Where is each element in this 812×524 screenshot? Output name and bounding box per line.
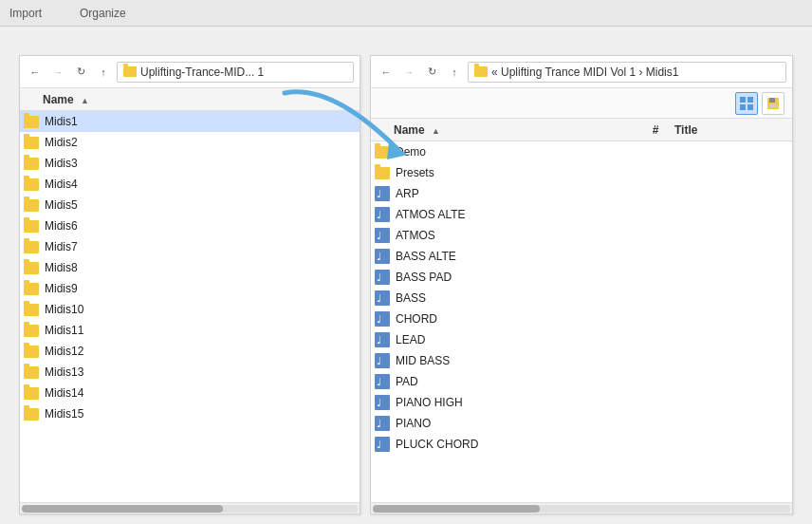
right-list-item[interactable]: PIANO xyxy=(371,413,792,434)
file-name: LEAD xyxy=(396,333,425,346)
right-panel: ← → ↻ ↑ « Uplifting Trance MIDI Vol 1 › … xyxy=(370,55,793,515)
folder-icon xyxy=(24,366,39,379)
right-list-item[interactable]: ATMOS ALTE xyxy=(371,204,792,225)
right-list-item[interactable]: ARP xyxy=(371,183,792,204)
left-list-item[interactable]: Midis8 xyxy=(20,257,360,278)
right-sort-arrow: ▲ xyxy=(432,126,440,136)
folder-icon xyxy=(24,387,39,400)
right-forward-btn[interactable]: → xyxy=(399,63,418,82)
right-list-item[interactable]: Demo xyxy=(371,141,792,162)
left-refresh-btn[interactable]: ↻ xyxy=(71,63,90,82)
folder-icon xyxy=(24,346,39,358)
file-name: Midis14 xyxy=(45,386,83,400)
left-scrollbar[interactable] xyxy=(20,502,360,514)
left-scrollbar-thumb[interactable] xyxy=(22,505,223,513)
right-back-btn[interactable]: ← xyxy=(377,63,396,82)
left-path-text: Uplifting-Trance-MID... 1 xyxy=(140,66,264,79)
right-refresh-btn[interactable]: ↻ xyxy=(422,63,441,82)
svg-rect-2 xyxy=(747,97,753,103)
midi-icon xyxy=(375,290,390,306)
left-up-btn[interactable]: ↑ xyxy=(94,63,113,82)
left-list-item[interactable]: Midis12 xyxy=(20,341,360,362)
midi-icon xyxy=(375,416,390,431)
midi-icon xyxy=(375,270,390,285)
svg-rect-1 xyxy=(740,97,746,103)
right-col-hash[interactable]: # xyxy=(637,123,674,137)
left-column-header: Name ▲ xyxy=(20,88,360,111)
file-name: Midis1 xyxy=(45,115,78,128)
file-name: Midis5 xyxy=(45,198,78,212)
top-bar-right: Organize xyxy=(80,7,126,20)
right-list-item[interactable]: PAD xyxy=(371,371,792,392)
file-name: PLUCK CHORD xyxy=(396,438,478,451)
left-forward-btn[interactable]: → xyxy=(48,63,67,82)
midi-icon xyxy=(375,186,390,201)
svg-rect-6 xyxy=(769,98,775,103)
left-list-item[interactable]: Midis2 xyxy=(20,132,360,153)
folder-icon xyxy=(24,262,39,274)
left-list-item[interactable]: Midis5 xyxy=(20,195,360,215)
right-list-item[interactable]: BASS PAD xyxy=(371,267,792,288)
left-list-item[interactable]: Midis3 xyxy=(20,153,360,174)
right-path-folder-icon xyxy=(474,66,488,77)
left-sort-arrow: ▲ xyxy=(81,96,89,105)
right-list-item[interactable]: PIANO HIGH xyxy=(371,392,792,413)
left-col-name[interactable]: Name ▲ xyxy=(24,93,356,106)
right-file-list[interactable]: DemoPresetsARPATMOS ALTEATMOSBASS ALTEBA… xyxy=(371,141,792,502)
right-list-item[interactable]: PLUCK CHORD xyxy=(371,434,792,455)
right-scrollbar[interactable] xyxy=(371,502,792,514)
right-list-item[interactable]: LEAD xyxy=(371,329,792,350)
left-list-item[interactable]: Midis6 xyxy=(20,215,360,236)
left-panel: ← → ↻ ↑ Uplifting-Trance-MID... 1 Name ▲… xyxy=(19,55,360,515)
file-name: Midis12 xyxy=(45,345,83,358)
file-name: Midis8 xyxy=(45,261,78,274)
file-name: BASS xyxy=(396,291,426,305)
left-list-item[interactable]: Midis14 xyxy=(20,383,360,403)
left-list-item[interactable]: Midis1 xyxy=(20,111,360,132)
file-name: ARP xyxy=(396,187,419,200)
right-list-item[interactable]: MID BASS xyxy=(371,350,792,371)
file-name: Midis11 xyxy=(45,324,83,337)
folder-icon xyxy=(24,325,39,337)
file-name: PIANO HIGH xyxy=(396,396,463,409)
right-list-item[interactable]: ATMOS xyxy=(371,225,792,246)
right-path[interactable]: « Uplifting Trance MIDI Vol 1 › Midis1 xyxy=(468,62,786,83)
right-up-btn[interactable]: ↑ xyxy=(445,63,464,82)
midi-icon xyxy=(375,228,390,243)
left-path[interactable]: Uplifting-Trance-MID... 1 xyxy=(117,62,354,83)
right-col-name[interactable]: Name ▲ xyxy=(375,123,637,137)
right-list-item[interactable]: Presets xyxy=(371,162,792,183)
folder-icon xyxy=(24,178,39,191)
right-address-bar: ← → ↻ ↑ « Uplifting Trance MIDI Vol 1 › … xyxy=(371,56,792,88)
right-list-item[interactable]: CHORD xyxy=(371,309,792,329)
left-list-item[interactable]: Midis9 xyxy=(20,278,360,299)
right-toolbar-view-btn[interactable] xyxy=(735,92,758,115)
file-name: ATMOS xyxy=(396,229,435,242)
file-name: Midis2 xyxy=(45,136,78,149)
right-column-header: Name ▲ # Title xyxy=(371,119,792,141)
left-list-item[interactable]: Midis7 xyxy=(20,236,360,257)
right-list-item[interactable]: BASS xyxy=(371,288,792,309)
left-scrollbar-track[interactable] xyxy=(22,505,358,513)
file-name: ATMOS ALTE xyxy=(396,208,466,221)
folder-icon xyxy=(24,137,39,149)
left-back-btn[interactable]: ← xyxy=(26,63,45,82)
left-list-item[interactable]: Midis11 xyxy=(20,320,360,341)
file-name: Midis3 xyxy=(45,157,78,170)
right-scrollbar-thumb[interactable] xyxy=(373,505,540,513)
left-list-item[interactable]: Midis10 xyxy=(20,299,360,320)
left-list-item[interactable]: Midis4 xyxy=(20,174,360,195)
right-toolbar-save-btn[interactable] xyxy=(762,92,784,115)
left-list-item[interactable]: Midis13 xyxy=(20,362,360,383)
file-name: CHORD xyxy=(396,312,437,326)
right-col-title[interactable]: Title xyxy=(674,123,788,137)
file-name: BASS PAD xyxy=(396,271,452,284)
left-file-list[interactable]: Midis1Midis2Midis3Midis4Midis5Midis6Midi… xyxy=(20,111,360,502)
midi-icon xyxy=(375,353,390,368)
svg-rect-4 xyxy=(747,104,753,110)
folder-icon xyxy=(375,146,390,159)
left-list-item[interactable]: Midis15 xyxy=(20,403,360,424)
right-list-item[interactable]: BASS ALTE xyxy=(371,246,792,267)
right-scrollbar-track[interactable] xyxy=(373,505,790,513)
folder-icon xyxy=(24,408,39,421)
